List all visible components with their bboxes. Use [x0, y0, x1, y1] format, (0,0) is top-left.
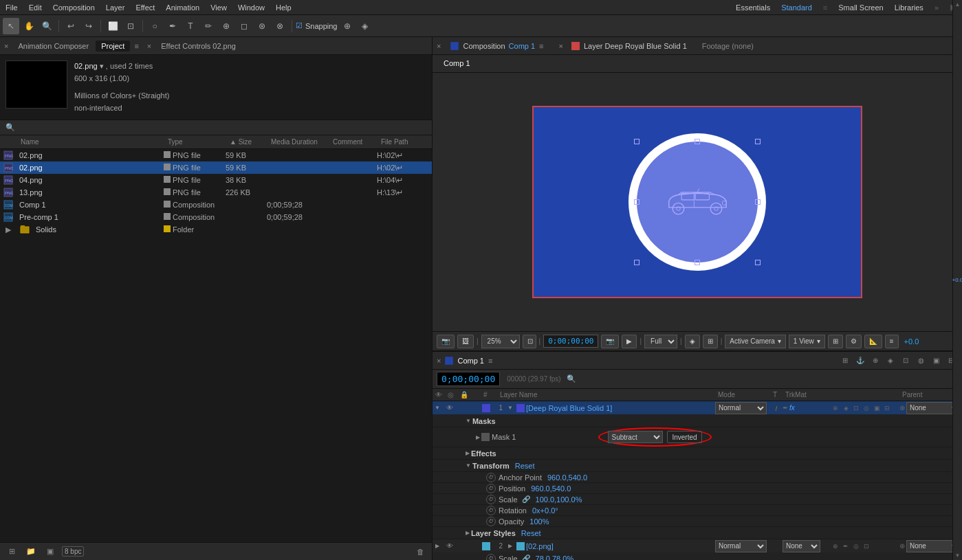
col-name[interactable]: Name — [17, 137, 153, 147]
timeline-timecode[interactable]: 0;00;00;00 — [437, 372, 500, 386]
timeline-anchor-btn[interactable]: ⚓ — [853, 354, 867, 368]
layer-2-expand[interactable]: ▶ — [433, 543, 442, 549]
menu-window[interactable]: Window — [238, 3, 265, 12]
undo-tool[interactable]: ↩ — [63, 18, 79, 34]
comp-tab-menu[interactable]: ≡ — [539, 42, 543, 50]
file-row-1[interactable]: PNG 02.png PNG file 59 KB H:\02\↵ — [0, 149, 432, 161]
file-row-comp1[interactable]: COMP Comp 1 Composition 0;00;59;28 — [0, 199, 432, 211]
handle-bl[interactable] — [634, 260, 639, 265]
handle-bm[interactable] — [695, 260, 700, 265]
view-count-select[interactable]: 1 View ▾ — [789, 335, 825, 348]
layer-1-sw3[interactable]: ⊡ — [851, 403, 861, 413]
comp-panel-close[interactable]: × — [437, 42, 441, 50]
eraser-tool[interactable]: ◻ — [236, 18, 252, 34]
comp-tab-name[interactable]: Comp 1 — [509, 42, 536, 50]
ellipse-tool[interactable]: ○ — [146, 18, 163, 34]
layer-1-sw4[interactable]: ◎ — [862, 403, 871, 413]
layer-panel-close[interactable]: × — [559, 42, 563, 50]
pen-tool[interactable]: ✒ — [164, 18, 181, 34]
transform-reset[interactable]: Reset — [515, 462, 535, 470]
menu-help[interactable]: Help — [276, 3, 292, 12]
anim-composer-close[interactable]: × — [4, 42, 8, 50]
redo-tool[interactable]: ↪ — [80, 18, 97, 34]
timeline-collapse-btn[interactable]: ⊡ — [899, 354, 912, 368]
layer-2-sw4[interactable]: ⊡ — [862, 541, 871, 551]
position-stopwatch[interactable]: ⏱ — [486, 484, 496, 493]
comp-settings-btn[interactable]: ⚙ — [846, 335, 862, 348]
file-row-precomp[interactable]: COMP Pre-comp 1 Composition 0;00;59;28 — [0, 211, 432, 223]
menu-view[interactable]: View — [210, 3, 227, 12]
handle-tm[interactable] — [695, 139, 700, 144]
snapping-toggle[interactable]: ☑ Snapping — [296, 21, 338, 30]
opacity-value[interactable]: 100% — [529, 517, 549, 526]
handle-mr[interactable] — [755, 199, 761, 205]
layer-row-1[interactable]: ▼ 👁 1 ▼ [Deep Royal Blue Solid 1] — [433, 401, 961, 415]
puppet-tool[interactable]: ⊛ — [254, 18, 270, 34]
layer-2-scale-value[interactable]: 78.0,78.0% — [536, 555, 574, 561]
handle-tr[interactable] — [755, 139, 761, 144]
new-folder-btn[interactable]: 📁 — [23, 544, 39, 559]
file-row-2[interactable]: PNG 02.png PNG file 59 KB H:\02\↵ — [0, 161, 432, 174]
timeline-graph-btn[interactable]: ◈ — [884, 354, 897, 368]
layer-1-sw2[interactable]: ◈ — [841, 403, 851, 413]
timeline-enable-btn[interactable]: ⊞ — [838, 354, 852, 368]
render-tool[interactable]: ⬜ — [105, 18, 121, 34]
masks-expand[interactable]: ▼ — [466, 418, 471, 424]
project-menu-icon[interactable]: ≡ — [134, 42, 138, 50]
menu-file[interactable]: File — [6, 3, 18, 12]
menu-effect[interactable]: Effect — [135, 3, 155, 12]
layer-1-fx-badge[interactable]: fx — [789, 404, 795, 412]
layer-2-sw2[interactable]: ✒ — [841, 541, 851, 551]
layer-2-scale-stopwatch[interactable]: ⏱ — [486, 554, 496, 561]
clone-tool[interactable]: ⊕ — [218, 18, 234, 34]
scale-stopwatch[interactable]: ⏱ — [486, 495, 496, 504]
layer-row-2[interactable]: ▶ 👁 2 ▶ [02.png] — [433, 539, 961, 553]
small-screen-label[interactable]: Small Screen — [838, 3, 883, 12]
layer-2-expand2[interactable]: ▶ — [505, 543, 515, 549]
timeline-search-btn[interactable]: 🔍 — [564, 372, 579, 387]
new-composition-btn[interactable]: ⊞ — [4, 544, 19, 559]
rotation-stopwatch[interactable]: ⏱ — [486, 506, 496, 515]
opacity-stopwatch[interactable]: ⏱ — [486, 517, 496, 526]
menu-layer[interactable]: Layer — [106, 3, 125, 12]
timeline-panel-menu[interactable]: ≡ — [488, 357, 492, 365]
hand-tool[interactable]: ✋ — [21, 18, 37, 34]
scale-value[interactable]: 100.0,100.0% — [536, 495, 582, 504]
layer-2-trkmat-select[interactable]: None — [783, 540, 820, 552]
effect-controls-close[interactable]: × — [147, 42, 151, 50]
comp-rulers-btn[interactable]: 📐 — [864, 335, 882, 348]
rotation-value[interactable]: 0x+0.0° — [532, 506, 558, 515]
mask-1-expand[interactable]: ▶ — [476, 434, 480, 440]
layer-1-sw1[interactable]: ⊕ — [831, 403, 840, 413]
solo-tool[interactable]: ⊡ — [122, 18, 139, 34]
layer-1-mode-select[interactable]: Normal — [715, 402, 767, 414]
layer-2-mode-select[interactable]: Normal — [715, 540, 767, 552]
motion-blur-btn[interactable]: ◈ — [357, 18, 373, 34]
comp-grid-overlay-btn[interactable]: ≡ — [885, 335, 899, 348]
menu-animation[interactable]: Animation — [166, 3, 199, 12]
import-file-btn[interactable]: ▣ — [43, 544, 58, 559]
layer-2-sw1[interactable]: ⊕ — [831, 541, 840, 551]
folder-expand-icon[interactable]: ▶ — [0, 225, 17, 234]
handle-tl[interactable] — [634, 139, 639, 144]
comp-camera-btn[interactable]: 📷 — [601, 335, 619, 348]
handle-br[interactable] — [755, 260, 761, 265]
layer-styles-reset[interactable]: Reset — [521, 529, 541, 537]
layer-styles-expand[interactable]: ▶ — [466, 530, 470, 536]
file-row-solids[interactable]: ▶ Solids Folder — [0, 223, 432, 236]
effects-expand[interactable]: ▶ — [466, 450, 470, 456]
tab-effect-controls[interactable]: Effect Controls 02.png — [155, 41, 241, 52]
comp-fit-btn[interactable]: ⊡ — [523, 335, 536, 348]
position-value[interactable]: 960.0,540.0 — [531, 484, 571, 493]
handle-ml[interactable] — [634, 199, 639, 205]
file-row-4[interactable]: PNG 13.png PNG file 226 KB H:\13\↵ — [0, 186, 432, 199]
brush-tool[interactable]: ✏ — [200, 18, 217, 34]
col-size[interactable]: ▲ Size — [226, 137, 267, 147]
fast-preview-btn[interactable]: ◈ — [685, 335, 700, 348]
libraries-label[interactable]: Libraries — [895, 3, 923, 12]
layer-2-eye[interactable]: 👁 — [444, 542, 456, 550]
standard-label[interactable]: Standard — [781, 3, 812, 12]
comp-timecode[interactable]: 0;00;00;00 — [543, 335, 598, 348]
select-tool[interactable]: ↖ — [3, 18, 19, 34]
comp-preview-btn[interactable]: ▶ — [622, 335, 637, 348]
